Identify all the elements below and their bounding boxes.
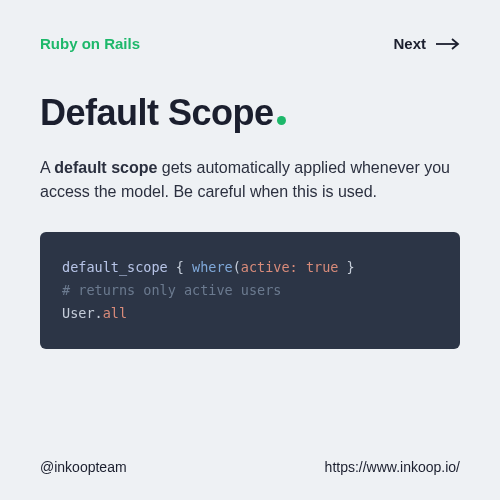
arrow-right-icon — [436, 38, 460, 50]
description: A default scope gets automatically appli… — [40, 156, 460, 204]
header: Ruby on Rails Next — [40, 35, 460, 52]
code-token: all — [103, 305, 127, 321]
next-label: Next — [393, 35, 426, 52]
code-token: { — [168, 259, 192, 275]
code-token: . — [95, 305, 103, 321]
next-link[interactable]: Next — [393, 35, 460, 52]
code-token: # returns only active users — [62, 282, 281, 298]
code-token: } — [338, 259, 354, 275]
page-title: Default Scope — [40, 92, 274, 134]
code-token: active: — [241, 259, 298, 275]
code-line-3: # returns only active users — [62, 279, 438, 302]
code-line-1: default_scope { where(active: true } — [62, 256, 438, 279]
code-block: default_scope { where(active: true } # r… — [40, 232, 460, 349]
social-handle[interactable]: @inkoopteam — [40, 459, 127, 475]
code-token: where — [192, 259, 233, 275]
code-token — [298, 259, 306, 275]
brand-label: Ruby on Rails — [40, 35, 140, 52]
desc-bold: default scope — [54, 159, 157, 176]
desc-prefix: A — [40, 159, 54, 176]
footer: @inkoopteam https://www.inkoop.io/ — [40, 459, 460, 475]
code-token: default_scope — [62, 259, 168, 275]
code-token: User — [62, 305, 95, 321]
code-line-4: User.all — [62, 302, 438, 325]
website-url[interactable]: https://www.inkoop.io/ — [325, 459, 460, 475]
code-token: ( — [233, 259, 241, 275]
code-token: true — [306, 259, 339, 275]
accent-dot-icon — [277, 116, 286, 125]
title-row: Default Scope — [40, 92, 460, 134]
